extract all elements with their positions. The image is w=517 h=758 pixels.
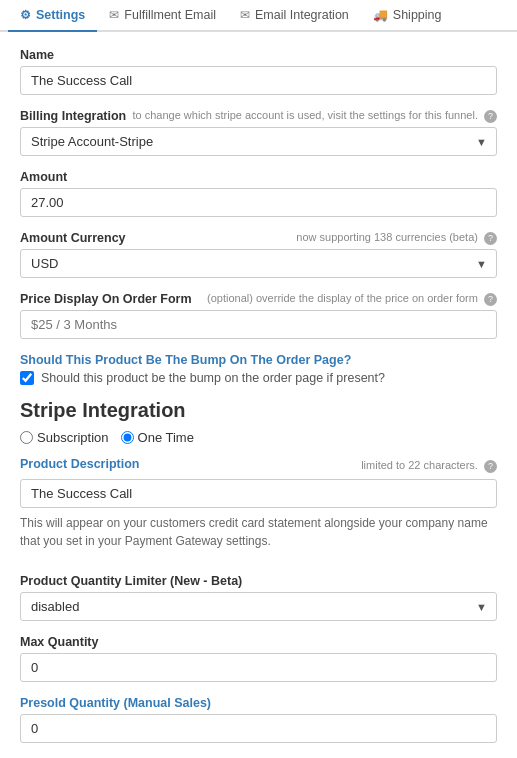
one-time-radio-option[interactable]: One Time [121,430,194,445]
amount-field-group: Amount [20,170,497,217]
billing-integration-select-wrapper: Stripe Account-Stripe ▼ [20,127,497,156]
tab-settings-label: Settings [36,8,85,22]
billing-integration-help-icon[interactable]: ? [484,110,497,123]
tab-fulfillment-email-label: Fulfillment Email [124,8,216,22]
amount-currency-select-wrapper: USD ▼ [20,249,497,278]
tab-shipping[interactable]: 🚚 Shipping [361,0,454,32]
billing-type-radio-row: Subscription One Time [20,430,497,445]
shipping-icon: 🚚 [373,8,388,22]
settings-icon: ⚙ [20,8,31,22]
tab-email-integration-label: Email Integration [255,8,349,22]
quantity-limiter-select[interactable]: disabled [20,592,497,621]
product-desc-help-icon[interactable]: ? [484,460,497,473]
product-desc-field-group: Product Description limited to 22 charac… [20,457,497,550]
amount-currency-field-group: Amount Currency now supporting 138 curre… [20,231,497,278]
amount-currency-help-icon[interactable]: ? [484,232,497,245]
price-display-field-group: Price Display On Order Form (optional) o… [20,292,497,339]
name-input[interactable] [20,66,497,95]
billing-integration-note: to change which stripe account is used, … [132,109,497,123]
price-display-note: (optional) override the display of the p… [207,292,497,306]
presold-quantity-label: Presold Quantity (Manual Sales) [20,696,497,710]
presold-quantity-field-group: Presold Quantity (Manual Sales) [20,696,497,743]
email-integration-icon: ✉ [240,8,250,22]
bump-checkbox-label: Should this product be the bump on the o… [41,371,385,385]
bump-checkbox-row: Should this product be the bump on the o… [20,371,497,385]
amount-currency-note: now supporting 138 currencies (beta) ? [296,231,497,245]
product-desc-label: Product Description [20,457,139,471]
price-display-input[interactable] [20,310,497,339]
billing-integration-select[interactable]: Stripe Account-Stripe [20,127,497,156]
stripe-section-title: Stripe Integration [20,399,497,422]
product-desc-label-row: Product Description limited to 22 charac… [20,457,497,475]
subscription-radio-label: Subscription [37,430,109,445]
quantity-limiter-select-wrapper: disabled ▼ [20,592,497,621]
product-desc-input[interactable] [20,479,497,508]
stripe-integration-section: Stripe Integration Subscription One Time… [20,399,497,550]
name-label: Name [20,48,497,62]
billing-integration-label: Billing Integration to change which stri… [20,109,497,123]
bump-field-group: Should This Product Be The Bump On The O… [20,353,497,385]
tab-shipping-label: Shipping [393,8,442,22]
product-desc-info: This will appear on your customers credi… [20,514,497,550]
main-content: Name Billing Integration to change which… [0,32,517,758]
quantity-limiter-label: Product Quantity Limiter (New - Beta) [20,574,497,588]
max-quantity-label: Max Quantity [20,635,497,649]
max-quantity-field-group: Max Quantity [20,635,497,682]
presold-quantity-input[interactable] [20,714,497,743]
max-quantity-input[interactable] [20,653,497,682]
amount-input[interactable] [20,188,497,217]
fulfillment-email-icon: ✉ [109,8,119,22]
tab-settings[interactable]: ⚙ Settings [8,0,97,32]
amount-currency-select[interactable]: USD [20,249,497,278]
billing-integration-field-group: Billing Integration to change which stri… [20,109,497,156]
subscription-radio-option[interactable]: Subscription [20,430,109,445]
amount-currency-label: Amount Currency now supporting 138 curre… [20,231,497,245]
name-field-group: Name [20,48,497,95]
tab-email-integration[interactable]: ✉ Email Integration [228,0,361,32]
amount-label: Amount [20,170,497,184]
bump-question-label: Should This Product Be The Bump On The O… [20,353,497,367]
tab-fulfillment-email[interactable]: ✉ Fulfillment Email [97,0,228,32]
quantity-limiter-field-group: Product Quantity Limiter (New - Beta) di… [20,574,497,621]
nav-tabs: ⚙ Settings ✉ Fulfillment Email ✉ Email I… [0,0,517,32]
price-display-label: Price Display On Order Form (optional) o… [20,292,497,306]
one-time-radio-label: One Time [138,430,194,445]
price-display-help-icon[interactable]: ? [484,293,497,306]
bump-checkbox[interactable] [20,371,34,385]
subscription-radio[interactable] [20,431,33,444]
one-time-radio[interactable] [121,431,134,444]
product-desc-note: limited to 22 characters. ? [361,459,497,473]
